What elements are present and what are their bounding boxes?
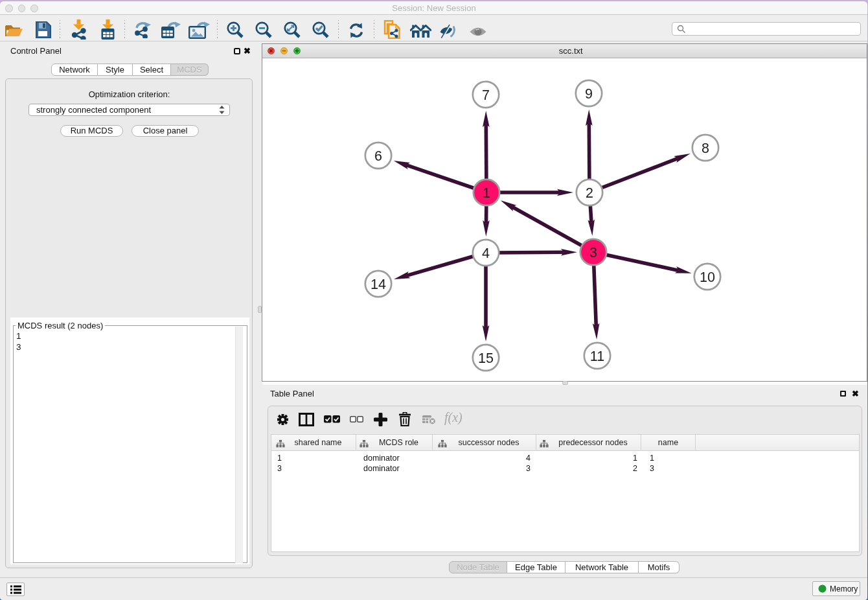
svg-text:14: 14 [371,277,386,292]
svg-text:7: 7 [482,87,490,103]
svg-text:6: 6 [374,148,382,164]
svg-text:8: 8 [702,141,709,156]
svg-text:2: 2 [586,185,593,201]
svg-text:9: 9 [585,86,593,102]
svg-text:3: 3 [589,245,597,260]
svg-text:4: 4 [482,246,490,261]
svg-text:15: 15 [478,351,494,366]
svg-text:10: 10 [700,270,715,285]
svg-text:11: 11 [590,349,604,364]
svg-text:1: 1 [483,185,490,201]
